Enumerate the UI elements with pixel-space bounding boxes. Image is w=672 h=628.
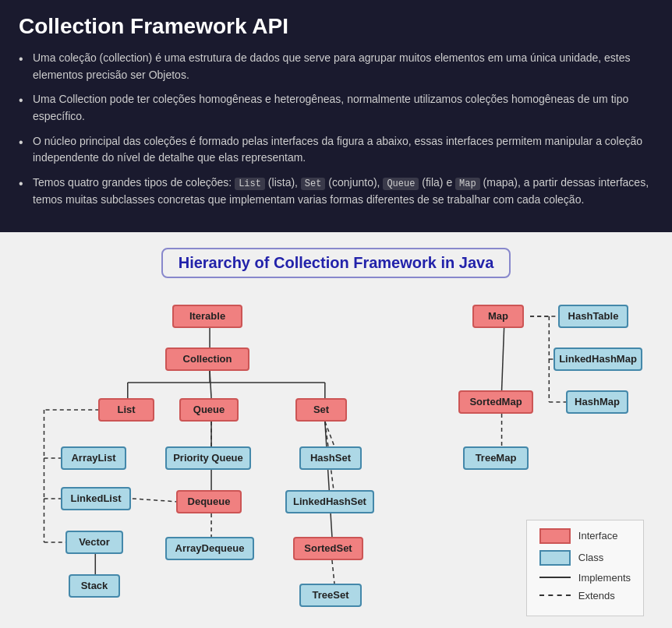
bullet-1: Uma coleção (collection) é uma estrutura…	[19, 50, 653, 83]
diagram-title: Hierarchy of Collection Framework in Jav…	[161, 248, 511, 278]
diagram-section: Hierarchy of Collection Framework in Jav…	[0, 232, 672, 629]
node-stack: Stack	[69, 574, 120, 598]
node-sortedmap: SortedMap	[458, 390, 533, 414]
svg-line-19	[325, 422, 334, 446]
diagram-body: Iterable Collection List Queue Set Array…	[12, 297, 660, 629]
legend-implements: Implements	[539, 572, 631, 584]
legend-interface: Interface	[539, 528, 631, 544]
legend-interface-label: Interface	[578, 530, 618, 542]
node-linkedhashset: LinkedHashSet	[285, 490, 374, 513]
node-linkedhashmap: LinkedHashMap	[554, 348, 642, 371]
node-priorityqueue: Priority Queue	[165, 446, 251, 470]
node-sortedset: SortedSet	[293, 537, 363, 560]
diagram-title-wrapper: Hierarchy of Collection Framework in Jav…	[12, 248, 660, 297]
code-queue: Queue	[383, 178, 419, 190]
node-hashtable: HashTable	[558, 305, 628, 328]
code-map: Map	[455, 178, 480, 190]
legend-class-label: Class	[578, 552, 604, 563]
legend-implements-line	[539, 577, 571, 578]
node-arraylist: ArrayList	[61, 446, 126, 470]
svg-line-29	[502, 328, 504, 390]
svg-line-21	[325, 422, 332, 537]
legend-class: Class	[539, 550, 631, 566]
header-section: Collection Framework API Uma coleção (co…	[0, 0, 672, 232]
bullet-2: Uma Collection pode ter coleções homogên…	[19, 91, 653, 125]
bullet-4: Temos quatro grandes tipos de coleções: …	[19, 175, 653, 208]
svg-line-22	[332, 560, 334, 584]
node-treemap: TreeMap	[463, 446, 529, 470]
legend-extends-line	[539, 594, 571, 596]
legend-extends-label: Extends	[578, 590, 615, 602]
node-linkedlist: LinkedList	[61, 487, 131, 510]
code-list: List	[235, 178, 265, 190]
node-hashset: HashSet	[299, 446, 362, 470]
node-iterable: Iterable	[172, 305, 242, 328]
legend-extends: Extends	[539, 590, 631, 602]
node-treeset: TreeSet	[299, 584, 362, 607]
page-title: Collection Framework API	[19, 14, 653, 39]
bullet-3: O núcleo principal das coleções é formad…	[19, 133, 653, 167]
legend-class-box	[539, 550, 571, 566]
node-map: Map	[472, 305, 524, 328]
node-list: List	[98, 398, 154, 422]
svg-line-18	[133, 499, 179, 502]
code-set: Set	[301, 178, 326, 190]
node-collection: Collection	[165, 348, 249, 371]
bullet-list: Uma coleção (collection) é uma estrutura…	[19, 50, 653, 209]
node-vector: Vector	[65, 531, 123, 554]
node-queue: Queue	[179, 398, 239, 422]
legend-interface-box	[539, 528, 571, 544]
svg-line-4	[210, 371, 211, 398]
legend-implements-label: Implements	[578, 572, 631, 584]
node-arraydequeue: ArrayDequeue	[165, 537, 254, 560]
node-dequeue: Dequeue	[176, 490, 242, 513]
node-hashmap: HashMap	[566, 390, 628, 414]
legend: Interface Class Implements Extends	[526, 520, 644, 616]
node-set: Set	[295, 398, 347, 422]
